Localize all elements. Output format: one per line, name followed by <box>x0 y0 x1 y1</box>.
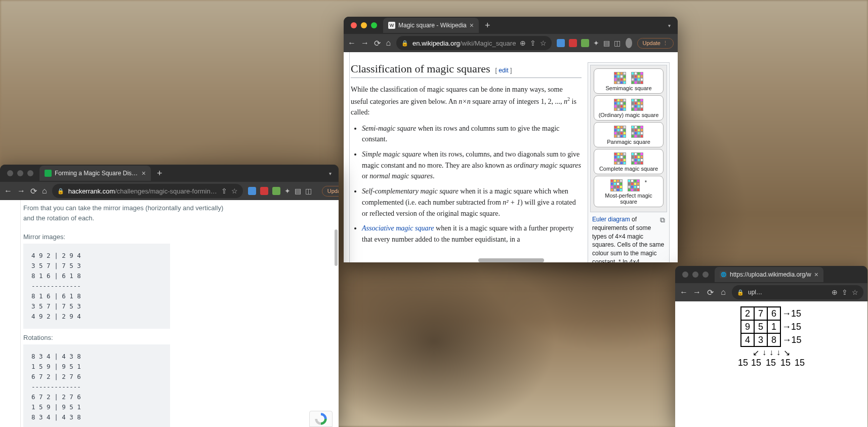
arrow-row: ↙↓↓↓↘ <box>753 348 790 358</box>
thumbnail-panel: Semimagic square (Ordinary) magic square… <box>588 62 670 262</box>
extension-icon[interactable] <box>248 187 256 195</box>
side-panel-icon[interactable]: ◫ <box>614 39 621 47</box>
new-tab-button[interactable]: + <box>154 168 166 179</box>
extension-icon[interactable] <box>557 39 565 47</box>
rotations-label: Rotations: <box>23 334 332 341</box>
share-icon[interactable]: ⇪ <box>530 39 536 47</box>
tab-overflow-button[interactable]: ▾ <box>665 23 674 28</box>
browser-tab[interactable]: 🌐 https://upload.wikimedia.org/w × <box>715 267 823 282</box>
address-bar[interactable]: 🔒 upl… ⊕ ⇪ ☆ <box>732 285 863 299</box>
extension-icons: ✦ ▤ ◫ <box>248 187 312 195</box>
edit-link[interactable]: edit <box>499 67 508 74</box>
intro-paragraph: While the classification of magic square… <box>351 84 582 118</box>
home-button[interactable]: ⌂ <box>42 186 47 196</box>
page-content: Classification of magic squares [ edit ]… <box>344 52 678 262</box>
zoom-icon[interactable]: ⊕ <box>832 288 838 296</box>
traffic-lights <box>348 22 380 28</box>
update-button[interactable]: Update⋮ <box>637 38 674 49</box>
discussion-content: From that you can take the mirror images… <box>0 200 339 427</box>
article-body: Classification of magic squares [ edit ]… <box>351 62 588 262</box>
url-text: hackerrank.com/challenges/magic-square-f… <box>68 187 217 195</box>
comment-text: From that you can take the mirror images… <box>23 200 332 229</box>
forward-button[interactable]: → <box>17 186 25 196</box>
window-minimize-button[interactable] <box>692 271 698 278</box>
favicon-wikipedia-icon: W <box>388 22 395 29</box>
window-maximize-button[interactable] <box>27 170 33 176</box>
reload-button[interactable]: ⟳ <box>30 186 37 196</box>
translate-icon[interactable]: ⊕ <box>520 39 526 47</box>
back-button[interactable]: ← <box>679 288 688 297</box>
bookmark-icon[interactable]: ☆ <box>231 187 238 195</box>
enlarge-icon[interactable]: ⧉ <box>660 215 665 225</box>
share-icon[interactable]: ⇪ <box>221 187 227 195</box>
list-item: Associative magic square when it is a ma… <box>362 223 582 245</box>
forward-button[interactable]: → <box>361 38 369 48</box>
rotations-code-block: 8 3 4 | 4 3 8 1 5 9 | 9 5 1 6 7 2 | 2 7 … <box>23 344 170 427</box>
extension-icon[interactable] <box>260 187 268 195</box>
reading-list-icon[interactable]: ▤ <box>603 39 610 47</box>
section-heading: Classification of magic squares [ edit ] <box>351 62 582 78</box>
traffic-lights <box>679 271 712 278</box>
window-maximize-button[interactable] <box>371 22 377 28</box>
list-item: Self-complementary magic square when it … <box>362 186 582 219</box>
favicon-hackerrank-icon <box>45 170 52 177</box>
tab-close-button[interactable]: × <box>142 169 146 177</box>
forward-button[interactable]: → <box>692 288 701 297</box>
bookmark-icon[interactable]: ☆ <box>540 39 547 47</box>
euler-diagram-link[interactable]: Euler diagram <box>592 216 630 223</box>
window-close-button[interactable] <box>7 170 13 176</box>
side-panel-icon[interactable]: ◫ <box>305 187 312 195</box>
back-button[interactable]: ← <box>4 186 12 196</box>
tab-bar: Forming a Magic Square Discu… × + ▾ <box>0 165 339 182</box>
euler-thumbnail[interactable]: Semimagic square (Ordinary) magic square… <box>588 62 670 262</box>
window-maximize-button[interactable] <box>702 271 709 278</box>
window-minimize-button[interactable] <box>17 170 23 176</box>
section-edit: [ edit ] <box>495 67 512 74</box>
update-button[interactable]: Update⋮ <box>322 186 339 197</box>
reload-button[interactable]: ⟳ <box>374 38 381 48</box>
list-item: Simple magic square when its rows, colum… <box>362 149 582 182</box>
address-bar[interactable]: 🔒 hackerrank.com/challenges/magic-square… <box>52 184 243 198</box>
recaptcha-icon <box>314 412 328 426</box>
tab-close-button[interactable]: × <box>470 21 474 29</box>
classification-list: Semi-magic square when its rows and colu… <box>351 123 582 245</box>
share-icon[interactable]: ⇪ <box>842 288 848 296</box>
home-button[interactable]: ⌂ <box>386 38 391 48</box>
favicon-globe-icon: 🌐 <box>720 271 727 278</box>
recaptcha-badge[interactable] <box>309 411 333 427</box>
reload-button[interactable]: ⟳ <box>706 288 715 297</box>
tab-overflow-button[interactable]: ▾ <box>326 171 335 176</box>
traffic-lights <box>4 170 36 176</box>
hackerrank-window: Forming a Magic Square Discu… × + ▾ ← → … <box>0 165 339 427</box>
browser-tab[interactable]: Forming a Magic Square Discu… × <box>39 166 151 181</box>
list-item: Semi-magic square when its rows and colu… <box>362 123 582 145</box>
bookmark-icon[interactable]: ☆ <box>852 288 858 296</box>
extension-icon[interactable] <box>581 39 589 47</box>
vertical-scrollbar[interactable] <box>335 229 338 266</box>
wikipedia-window: W Magic square - Wikipedia × + ▾ ← → ⟳ ⌂… <box>344 17 678 262</box>
column-sums: 15 15 15 15 15 <box>738 358 805 368</box>
window-close-button[interactable] <box>682 271 688 278</box>
window-minimize-button[interactable] <box>361 22 367 28</box>
reading-list-icon[interactable]: ▤ <box>295 187 301 195</box>
back-button[interactable]: ← <box>348 38 356 48</box>
image-content: 276 →15 951 →15 438 →15 ↙↓↓↓↘ 15 15 15 <box>675 301 867 427</box>
navigation-bar: ← → ⟳ ⌂ 🔒 hackerrank.com/challenges/magi… <box>0 182 339 200</box>
address-bar[interactable]: 🔒 en.wikipedia.org/wiki/Magic_square ⊕ ⇪… <box>396 36 552 50</box>
extensions-menu-icon[interactable]: ✦ <box>593 39 599 47</box>
tab-title: Forming a Magic Square Discu… <box>55 170 139 177</box>
extensions-menu-icon[interactable]: ✦ <box>284 187 291 195</box>
profile-avatar[interactable] <box>626 38 632 48</box>
tab-bar: 🌐 https://upload.wikimedia.org/w × <box>675 266 867 283</box>
window-close-button[interactable] <box>351 22 357 28</box>
tab-close-button[interactable]: × <box>814 270 818 279</box>
browser-tab[interactable]: W Magic square - Wikipedia × <box>383 18 479 33</box>
associative-link[interactable]: Associative magic square <box>362 224 434 232</box>
home-button[interactable]: ⌂ <box>719 288 728 297</box>
horizontal-scrollbar[interactable] <box>478 258 544 262</box>
extension-icon[interactable] <box>272 187 280 195</box>
mini-grid-icon <box>614 72 626 84</box>
new-tab-button[interactable]: + <box>482 20 493 31</box>
navigation-bar: ← → ⟳ ⌂ 🔒 upl… ⊕ ⇪ ☆ <box>675 283 867 301</box>
extension-icon[interactable] <box>569 39 577 47</box>
